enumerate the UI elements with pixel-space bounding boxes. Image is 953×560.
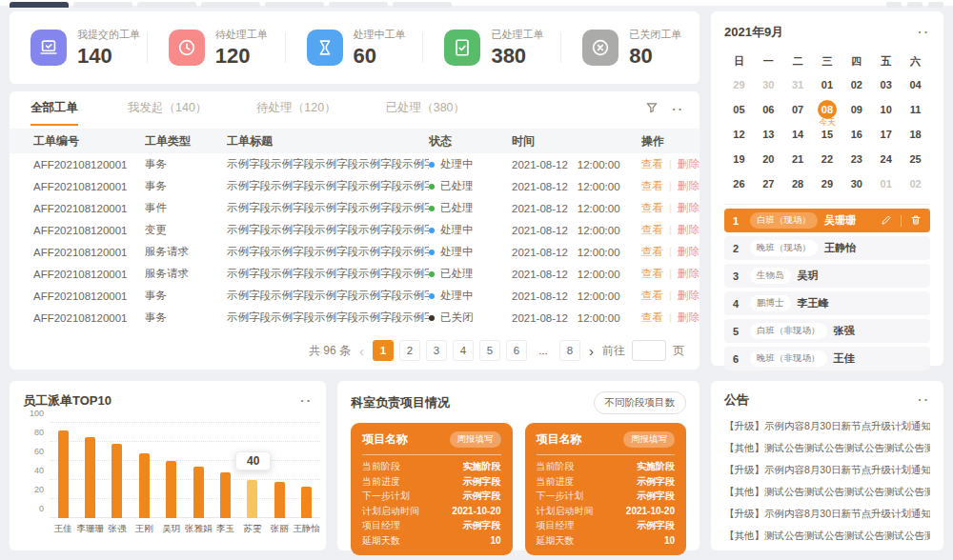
calendar-day[interactable]: 20 <box>754 147 783 170</box>
weekly-report-badge[interactable]: 周报填写 <box>450 431 501 448</box>
view-link[interactable]: 查看 <box>641 311 663 323</box>
chart-more-icon[interactable]: ·· <box>300 396 313 406</box>
page-button-4[interactable]: 4 <box>453 340 474 361</box>
bar[interactable] <box>112 444 122 518</box>
calendar-day[interactable]: 03 <box>871 72 901 96</box>
delete-link[interactable]: 删除 <box>678 158 700 170</box>
calendar-day[interactable]: 24 <box>871 147 901 170</box>
browser-control[interactable] <box>928 2 943 8</box>
bar[interactable] <box>220 472 231 518</box>
browser-tab[interactable] <box>265 2 324 8</box>
shift-row[interactable]: 6晚班（非现场）王佳 <box>724 347 930 370</box>
calendar-more-icon[interactable]: ·· <box>918 28 930 37</box>
calendar-day[interactable]: 10 <box>871 97 901 121</box>
view-link[interactable]: 查看 <box>641 246 663 257</box>
calendar-day[interactable]: 16 <box>841 122 871 146</box>
calendar-day[interactable]: 15 <box>813 122 842 146</box>
page-button-8[interactable]: 8 <box>559 340 580 361</box>
page-button-6[interactable]: 6 <box>506 340 527 361</box>
calendar-day[interactable]: 02 <box>841 72 871 96</box>
calendar-day[interactable]: 29 <box>813 171 842 195</box>
delete-link[interactable]: 删除 <box>678 246 700 257</box>
view-link[interactable]: 查看 <box>641 158 663 170</box>
calendar-day[interactable]: 02 <box>901 171 930 195</box>
calendar-day[interactable]: 01 <box>871 171 901 195</box>
browser-tab[interactable] <box>73 2 132 8</box>
tab-待处理（120）[interactable]: 待处理（120） <box>256 100 335 124</box>
announcement-item[interactable]: 【其他】测试公告测试公告测试公告测试公告测试公告 <box>724 437 930 459</box>
page-jump-input[interactable] <box>632 340 666 361</box>
browser-tab[interactable] <box>393 2 452 8</box>
browser-tab[interactable] <box>329 2 388 8</box>
calendar-day[interactable]: 27 <box>754 171 783 195</box>
page-button-3[interactable]: 3 <box>426 340 447 361</box>
announcement-item[interactable]: 【其他】测试公告测试公告测试公告测试公告测试公告 <box>724 481 930 503</box>
tab-已处理（380）[interactable]: 已处理（380） <box>386 100 465 124</box>
view-link[interactable]: 查看 <box>641 202 663 213</box>
shift-row[interactable]: 1白班（现场）吴珊珊 <box>724 209 930 232</box>
page-button-...[interactable]: ... <box>533 340 554 361</box>
bar[interactable] <box>193 467 204 518</box>
browser-tab[interactable] <box>201 2 260 8</box>
shift-row[interactable]: 5白班（非现场）张强 <box>724 319 930 343</box>
delete-link[interactable]: 删除 <box>678 311 700 323</box>
calendar-day[interactable]: 04 <box>901 72 930 96</box>
calendar-day[interactable]: 25 <box>901 147 930 170</box>
project-card[interactable]: 项目名称周报填写当前阶段实施阶段当前进度示例字段下一步计划示例字段计划启动时间2… <box>351 423 513 555</box>
calendar-day[interactable]: 13 <box>754 122 783 146</box>
calendar-day[interactable]: 09 <box>841 97 871 121</box>
bar[interactable] <box>247 480 257 518</box>
calendar-day[interactable]: 01 <box>813 72 842 96</box>
next-page-button[interactable]: › <box>587 343 596 359</box>
page-button-1[interactable]: 1 <box>373 340 394 361</box>
calendar-day[interactable]: 17 <box>871 122 901 146</box>
calendar-day[interactable]: 14 <box>783 122 813 146</box>
calendar-day[interactable]: 30 <box>841 171 871 195</box>
announcement-item[interactable]: 【其他】测试公告测试公告测试公告测试公告测试公告 <box>724 525 930 547</box>
more-icon[interactable]: ·· <box>672 105 684 114</box>
announcements-more-icon[interactable]: ·· <box>918 395 930 405</box>
tab-我发起（140）[interactable]: 我发起（140） <box>128 100 207 124</box>
calendar-day[interactable]: 23 <box>841 147 871 170</box>
announcement-item[interactable]: 【升级】示例内容8月30日新节点升级计划通知 <box>724 503 930 525</box>
stage-count-button[interactable]: 不同阶段项目数 <box>594 391 687 414</box>
trash-icon[interactable] <box>910 214 922 228</box>
calendar-day[interactable]: 08今天 <box>813 97 842 121</box>
delete-link[interactable]: 删除 <box>678 290 700 301</box>
calendar-day[interactable]: 29 <box>724 72 754 96</box>
page-button-2[interactable]: 2 <box>399 340 420 361</box>
delete-link[interactable]: 删除 <box>678 268 700 279</box>
calendar-day[interactable]: 11 <box>901 97 930 121</box>
bar[interactable] <box>85 437 95 518</box>
calendar-day[interactable]: 21 <box>783 147 813 170</box>
edit-icon[interactable] <box>881 214 892 228</box>
shift-row[interactable]: 4鹏博士李王峰 <box>724 291 930 315</box>
view-link[interactable]: 查看 <box>641 224 663 235</box>
bar[interactable] <box>301 487 312 518</box>
announcement-item[interactable]: 【升级】示例内容8月30日新节点升级计划通知 <box>724 459 930 481</box>
browser-tab-active[interactable] <box>10 2 69 8</box>
page-button-5[interactable]: 5 <box>479 340 500 361</box>
bar[interactable] <box>139 453 150 518</box>
shift-row[interactable]: 3生物岛吴玥 <box>724 264 930 288</box>
calendar-day[interactable]: 30 <box>754 72 783 96</box>
calendar-day[interactable]: 22 <box>813 147 842 170</box>
bar[interactable] <box>274 482 285 518</box>
calendar-day[interactable]: 26 <box>724 171 754 195</box>
project-card[interactable]: 项目名称周报填写当前阶段实施阶段当前进度示例字段下一步计划示例字段计划启动时间2… <box>525 423 687 555</box>
calendar-day[interactable]: 28 <box>783 171 813 195</box>
delete-link[interactable]: 删除 <box>678 202 700 213</box>
calendar-day[interactable]: 07 <box>783 97 813 121</box>
bar[interactable] <box>166 461 176 518</box>
browser-control[interactable] <box>907 2 923 8</box>
browser-tab[interactable] <box>137 2 196 8</box>
tab-全部工单[interactable]: 全部工单 <box>30 100 78 126</box>
view-link[interactable]: 查看 <box>641 290 663 301</box>
delete-link[interactable]: 删除 <box>678 180 700 191</box>
prev-page-button[interactable]: ‹ <box>357 343 366 359</box>
calendar-day[interactable]: 19 <box>724 147 754 170</box>
filter-icon[interactable] <box>645 101 659 118</box>
bar[interactable] <box>58 430 69 518</box>
calendar-day[interactable]: 05 <box>724 97 754 121</box>
calendar-day[interactable]: 31 <box>783 72 813 96</box>
